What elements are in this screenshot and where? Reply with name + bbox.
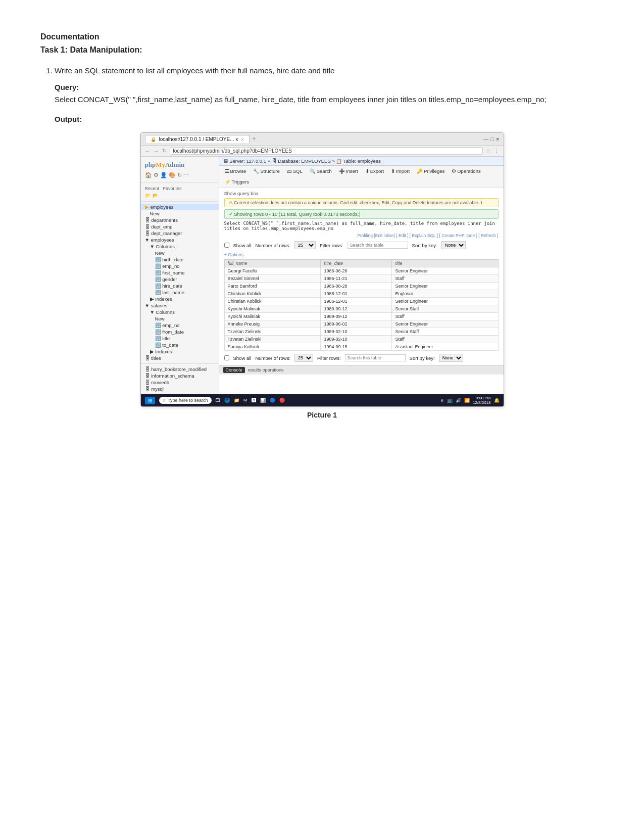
sal-title[interactable]: 🔢 title — [151, 335, 219, 342]
sal-new[interactable]: New — [151, 315, 219, 322]
db-dept-manager[interactable]: 🗄 dept_manager — [141, 230, 219, 237]
col-hire-date-header[interactable]: hire_date — [321, 260, 392, 267]
show-query-box[interactable]: Show query box — [224, 191, 499, 196]
maximize-btn[interactable]: □ — [490, 136, 494, 142]
console-btn[interactable]: Console — [223, 367, 245, 373]
folder-icon[interactable]: 📁 — [234, 398, 239, 403]
sal-from-date[interactable]: 🔢 from_date — [151, 329, 219, 335]
tab-label: localhost/127.0.0.1 / EMPLOYE... x — [159, 136, 238, 142]
refresh-btn[interactable]: ↻ — [162, 148, 167, 154]
taskbar-search-box[interactable]: ○ Type here to search — [159, 397, 212, 404]
pma-logo: phpMyAdmin — [141, 159, 219, 171]
start-button[interactable]: ⊞ — [145, 397, 155, 404]
operations-icon: ⚙ — [452, 168, 456, 174]
col-full-name[interactable]: full_name — [224, 260, 321, 267]
db-dept-emp[interactable]: 🗄 dept_emp — [141, 223, 219, 230]
db-mysql[interactable]: 🗄 mysql — [141, 386, 219, 392]
breadcrumb-text: 🖥 Server: 127.0.0.1 » 🗄 Database: EMPLOY… — [223, 158, 381, 164]
query-display: Select CONCAT_WS(" ",first_name,last_nam… — [224, 221, 499, 231]
reload-icon[interactable]: ↻ — [177, 172, 182, 178]
col-gender[interactable]: 🔢 gender — [151, 276, 219, 283]
db-salaries[interactable]: ▼ salaries — [141, 302, 219, 309]
table-row: Georgi Facello1986-06-26Senior Engineer — [224, 267, 498, 275]
adobe-icon[interactable]: 🅰 — [252, 398, 256, 403]
sql-icon: 🗃 — [287, 168, 292, 174]
col-birth-date[interactable]: 🔢 birth_date — [151, 256, 219, 263]
col-hire-date[interactable]: 🔢 hire_date — [151, 283, 219, 289]
app3-icon[interactable]: 🔴 — [279, 398, 285, 403]
db-titles[interactable]: 🗄 titles — [141, 355, 219, 361]
tab-close[interactable]: × — [241, 137, 243, 142]
import-btn[interactable]: ⬆ Import — [389, 168, 411, 174]
menu-icon[interactable]: ⋮ — [494, 148, 500, 154]
settings-icon[interactable]: ⚙ — [154, 172, 159, 178]
num-rows-select[interactable]: 25 50 100 — [294, 241, 316, 249]
insert-btn[interactable]: ➕ Insert — [337, 168, 360, 174]
table-controls-top: Show all Number of rows: 25 50 100 Filte… — [224, 241, 499, 249]
mail-icon[interactable]: ✉ — [243, 398, 247, 403]
sort-by-key-label-2: Sort by key: — [410, 355, 435, 361]
browse-btn[interactable]: ☰ Browse — [223, 168, 248, 174]
options-row[interactable]: + Options — [224, 252, 499, 257]
back-btn[interactable]: ← — [145, 148, 151, 154]
db-departments[interactable]: 🗄 departments — [141, 217, 219, 223]
privileges-btn[interactable]: 🔑 Privileges — [415, 168, 446, 174]
col-emp-no[interactable]: 🔢 emp_no — [151, 263, 219, 269]
db-information-schema[interactable]: 🗄 information_schema — [141, 373, 219, 379]
sidebar-columns-2[interactable]: ▼ Columns — [146, 309, 219, 315]
user-icon[interactable]: 👤 — [160, 172, 167, 178]
sal-to-date[interactable]: 🔢 to_date — [151, 342, 219, 348]
sort-by-key-select-2[interactable]: None — [439, 354, 463, 362]
col-last-name[interactable]: 🔢 last_name — [151, 289, 219, 296]
filter-rows-input-2[interactable] — [345, 354, 406, 361]
table-row: Kyoichi Maliniak1989-09-12Senior Staff — [224, 305, 498, 313]
show-all-checkbox[interactable] — [224, 243, 229, 248]
db-employees-table[interactable]: ▼ employees — [141, 237, 219, 243]
table-row: Tzvetan Zielinski1989-02-10Staff — [224, 336, 498, 343]
structure-btn[interactable]: 🔧 Structure — [252, 168, 281, 174]
sal-emp-no[interactable]: 🔢 emp_no — [151, 322, 219, 329]
theme-icon[interactable]: 🎨 — [169, 172, 176, 178]
close-btn[interactable]: × — [496, 136, 499, 142]
filter-rows-input[interactable] — [348, 242, 408, 249]
profiling-bar: Profiling [Edit inline] [ Edit ] [ Expla… — [224, 233, 499, 238]
forward-btn[interactable]: → — [154, 148, 159, 154]
table-row: Chirstian Koblick1986-12-01Englosur — [224, 290, 498, 298]
table-row: Samiya Kalloufi1994-09-15Assistant Engin… — [224, 343, 498, 351]
export-btn[interactable]: ⬇ Export — [364, 168, 385, 174]
show-all-checkbox-2[interactable] — [224, 355, 229, 360]
db-harry[interactable]: 🗄 harry_bookstore_modified — [141, 366, 219, 373]
taskview-btn[interactable]: 🗔 — [216, 398, 220, 403]
app1-icon[interactable]: 📊 — [260, 398, 266, 403]
col-first-name[interactable]: 🔢 first_name — [151, 269, 219, 276]
col-title-header[interactable]: title — [392, 260, 498, 267]
num-rows-select-2[interactable]: 25 — [294, 354, 313, 362]
search-icon: 🔍 — [310, 168, 316, 174]
new-tab-btn[interactable]: + — [253, 135, 256, 143]
triggers-btn[interactable]: ⚡ Triggers — [223, 178, 251, 185]
operations-btn[interactable]: ⚙ Operations — [450, 168, 482, 174]
search-btn[interactable]: 🔍 Search — [308, 168, 333, 174]
sidebar-indexes-1[interactable]: ▶ Indexes — [146, 296, 219, 302]
more-icon[interactable]: ⋯ — [183, 172, 189, 178]
browser-tab[interactable]: 🔒 localhost/127.0.0.1 / EMPLOYE... x × — [145, 135, 250, 143]
bookmark-icon[interactable]: ☆ — [486, 148, 491, 154]
minimize-btn[interactable]: — — [483, 136, 488, 142]
output-label: Output: — [55, 115, 82, 123]
sql-btn[interactable]: 🗃 SQL — [285, 168, 304, 174]
tray-icon-4: 📶 — [464, 398, 470, 403]
home-icon[interactable]: 🏠 — [145, 172, 152, 178]
db-moviedb[interactable]: 🗄 moviedb — [141, 379, 219, 386]
db-employees[interactable]: ▶ employees — [141, 204, 219, 210]
notification-btn[interactable]: 🔔 — [494, 398, 500, 403]
address-input[interactable]: localhost/phpmyadmin/db_sql.php?db=EMPLO… — [170, 147, 483, 155]
sidebar-new-1[interactable]: New — [146, 210, 219, 217]
sidebar-columns-1[interactable]: ▼ Columns — [146, 243, 219, 250]
db-expand-icon: 📁 — [145, 193, 151, 198]
app2-icon[interactable]: 🔵 — [270, 398, 275, 403]
sidebar-new-2[interactable]: New — [151, 250, 219, 256]
edge-icon[interactable]: 🌐 — [224, 398, 230, 403]
sort-by-key-select[interactable]: None — [441, 241, 466, 249]
sidebar-indexes-2[interactable]: ▶ Indexes — [146, 348, 219, 355]
taskbar-time: 8:08 PM 12/8/2018 — [473, 396, 491, 405]
